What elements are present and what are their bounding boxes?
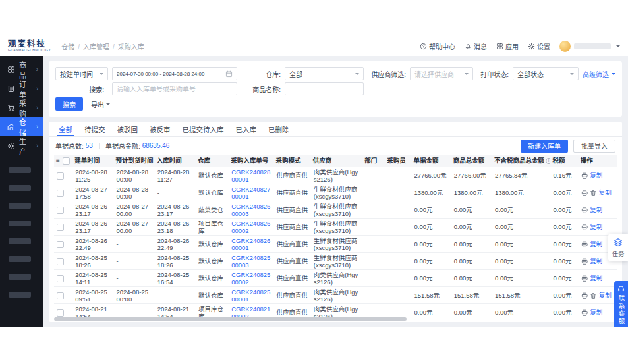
copy-link[interactable]: 复制 xyxy=(590,257,602,265)
goods-icon xyxy=(7,66,15,74)
print-icon[interactable] xyxy=(581,190,588,197)
table-row: 2024-08-25 18:26-2024-08-25 18:26默认仓库CGR… xyxy=(54,253,617,270)
delete-icon[interactable] xyxy=(590,292,597,299)
copy-link[interactable]: 复制 xyxy=(590,206,602,213)
nav-apps-button[interactable]: 应用 xyxy=(496,41,519,51)
status-tab[interactable]: 已删除 xyxy=(262,122,295,136)
time-type-value: 按建单时间 xyxy=(60,69,93,79)
sidebar-item-label: 订单 xyxy=(19,78,32,99)
print-icon[interactable] xyxy=(581,241,588,248)
create-inbound-button[interactable]: 新建入库单 xyxy=(521,140,568,153)
logo[interactable]: 观麦科技 GUANMAITECHNOLOGY xyxy=(8,40,51,53)
nav-gear-button[interactable]: 设置 xyxy=(528,41,550,51)
export-button[interactable]: 导出 xyxy=(91,99,110,109)
row-checkbox[interactable] xyxy=(57,258,64,265)
logo-subtitle: GUANMAITECHNOLOGY xyxy=(8,49,51,52)
headset-icon xyxy=(617,285,625,292)
search-button[interactable]: 搜索 xyxy=(55,97,83,111)
status-tab[interactable]: 已入库 xyxy=(230,122,263,136)
nav-help-button[interactable]: 帮助中心 xyxy=(420,41,455,51)
supplier-select[interactable]: 请选择供应商 xyxy=(410,67,473,80)
select-all-header: ≡ xyxy=(54,155,72,167)
copy-link[interactable]: 复制 xyxy=(590,223,602,230)
time-type-select[interactable]: 按建单时间 xyxy=(55,67,108,80)
batch-import-button[interactable]: 批量导入 xyxy=(573,140,615,153)
summary-bar: 单据总数: 53 单据总金额: 68635.46 新建入库单 批量导入 xyxy=(49,137,622,155)
cell-order_no[interactable]: CGRK24082500001 xyxy=(229,287,273,304)
sidebar-item-redacted[interactable] xyxy=(9,221,31,226)
print-icon[interactable] xyxy=(581,292,588,299)
cell-created: 2024-08-26 23:17 xyxy=(72,201,113,219)
copy-link[interactable]: 复制 xyxy=(599,292,612,299)
status-tab[interactable]: 被反审 xyxy=(144,122,177,136)
user-menu[interactable] xyxy=(559,41,620,52)
advanced-filter-label: 高级筛选 xyxy=(583,69,609,79)
status-tab[interactable]: 被驳回 xyxy=(111,122,144,136)
warehouse-select[interactable]: 全部 xyxy=(285,67,364,80)
sidebar-item-redacted[interactable] xyxy=(9,274,31,280)
cell-order_no[interactable]: CGRK24082700001 xyxy=(229,184,273,201)
date-range-input[interactable]: 2024-07-30 00:00 - 2024-08-28 24:00 xyxy=(112,67,237,80)
search-input[interactable] xyxy=(112,82,237,95)
sidebar-item-production[interactable]: 生产› xyxy=(0,136,43,155)
table-wrap: ≡ 建单时间预计到货时间入库时间仓库采购入库单号采购模式供应商部门采购员单据金额… xyxy=(49,155,622,322)
advanced-filter-toggle[interactable]: 高级筛选 xyxy=(583,69,615,79)
print-status-select[interactable]: 全部状态 xyxy=(513,67,579,80)
contact-support-button[interactable]: 联系客服 xyxy=(614,281,628,327)
sidebar-item-purchase[interactable]: 采购› xyxy=(0,98,43,117)
horizontal-scrollbar[interactable] xyxy=(54,317,407,321)
print-icon[interactable] xyxy=(581,275,588,282)
cell-received: 2024-08-28 11:27 xyxy=(155,167,196,184)
cell-order_no[interactable]: CGRK24082100001 xyxy=(229,321,273,322)
select-all-checkbox[interactable] xyxy=(63,157,70,165)
row-checkbox[interactable] xyxy=(57,207,64,214)
cell-order_no[interactable]: CGRK24082500002 xyxy=(229,270,273,287)
cell-buyer xyxy=(385,253,411,270)
copy-link[interactable]: 复制 xyxy=(599,189,612,196)
print-icon[interactable] xyxy=(581,258,588,265)
row-actions-cell: 复制 xyxy=(579,304,617,321)
sidebar-item-goods[interactable]: 商品› xyxy=(0,60,43,79)
product-name-input[interactable] xyxy=(285,82,364,95)
info-icon[interactable]: i xyxy=(546,158,550,164)
nav-bell-button[interactable]: 消息 xyxy=(465,41,487,51)
column-settings-icon[interactable]: ≡ xyxy=(56,157,60,164)
copy-link[interactable]: 复制 xyxy=(590,240,602,247)
sidebar-item-redacted[interactable] xyxy=(9,203,31,209)
task-widget[interactable]: 任务 xyxy=(608,234,628,261)
copy-link[interactable]: 复制 xyxy=(590,274,602,282)
summary-count-label: 单据总数: xyxy=(55,141,84,151)
status-tab[interactable]: 已提交待入库 xyxy=(177,122,230,136)
delete-icon[interactable] xyxy=(590,190,597,197)
row-checkbox[interactable] xyxy=(57,241,64,248)
cell-order_no[interactable]: CGRK24082600003 xyxy=(229,201,273,219)
sidebar-item-redacted[interactable] xyxy=(9,256,31,262)
row-checkbox[interactable] xyxy=(57,172,64,180)
print-icon[interactable] xyxy=(581,309,588,317)
cell-received: - xyxy=(155,287,196,304)
sidebar-item-redacted[interactable] xyxy=(9,292,31,298)
breadcrumb-item[interactable]: 入库管理 xyxy=(74,41,109,51)
row-checkbox[interactable] xyxy=(57,275,64,282)
sidebar-item-redacted[interactable] xyxy=(9,238,31,244)
cell-order_no[interactable]: CGRK24082600002 xyxy=(229,219,273,236)
print-icon[interactable] xyxy=(581,207,588,214)
sidebar-item-orders[interactable]: 订单› xyxy=(0,79,43,98)
row-checkbox[interactable] xyxy=(57,309,64,317)
row-checkbox[interactable] xyxy=(57,292,64,299)
sidebar-item-warehouse[interactable]: 仓储› xyxy=(0,117,43,136)
copy-link[interactable]: 复制 xyxy=(590,172,602,179)
cell-order_no[interactable]: CGRK24082600001 xyxy=(229,236,273,253)
sidebar-item-redacted[interactable] xyxy=(9,167,31,173)
breadcrumb-item[interactable]: 仓储 xyxy=(61,41,74,51)
row-checkbox[interactable] xyxy=(57,190,64,197)
status-tab[interactable]: 全部 xyxy=(53,122,78,136)
copy-link[interactable]: 复制 xyxy=(590,309,602,316)
status-tab[interactable]: 待提交 xyxy=(78,122,111,136)
print-icon[interactable] xyxy=(581,172,588,180)
cell-order_no[interactable]: CGRK24082500003 xyxy=(229,253,273,270)
cell-order_no[interactable]: CGRK24082800001 xyxy=(229,167,273,184)
sidebar-item-redacted[interactable] xyxy=(9,185,31,191)
print-icon[interactable] xyxy=(581,224,588,231)
row-checkbox[interactable] xyxy=(57,224,64,231)
